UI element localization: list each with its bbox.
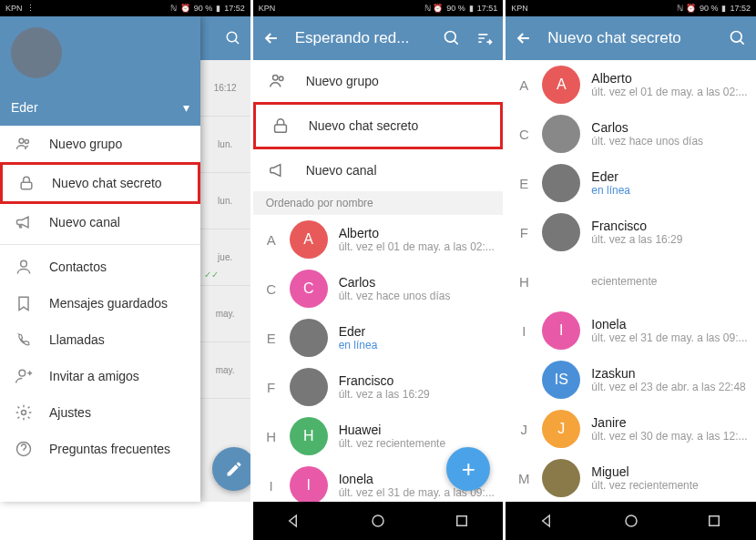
bookmark-icon (15, 294, 33, 312)
drawer-item-faq[interactable]: Preguntas frecuentes (0, 431, 200, 467)
phone-icon (15, 331, 33, 349)
drawer-item-secret-chat[interactable]: Nuevo chat secreto (0, 162, 200, 204)
sort-icon[interactable] (475, 29, 494, 47)
contact-avatar: I (290, 466, 328, 502)
drawer-item-contacts[interactable]: Contactos (0, 249, 200, 285)
contact-row[interactable]: IIIonelaúlt. vez el 31 de may. a las 09:… (506, 306, 756, 355)
add-fab[interactable]: + (446, 447, 490, 491)
compose-fab[interactable] (212, 447, 250, 491)
contact-row[interactable]: ISIzaskunúlt. vez el 23 de abr. a las 22… (506, 355, 756, 404)
chat-list-background: 16:12 lun. lun. ✓✓jue. may. may. (200, 16, 250, 502)
contact-status: últ. vez recientemente (591, 479, 749, 492)
contact-list[interactable]: AAAlbertoúlt. vez el 01 de may. a las 02… (506, 60, 756, 502)
contact-row[interactable]: FFranciscoúlt. vez a las 16:29 (506, 208, 756, 257)
drawer-item-invite[interactable]: Invitar a amigos (0, 358, 200, 394)
search-icon[interactable] (443, 29, 461, 47)
back-icon[interactable] (515, 29, 533, 47)
lock-icon (17, 174, 36, 192)
svg-point-5 (21, 260, 27, 267)
recent-nav-icon[interactable] (454, 513, 470, 529)
chat-row[interactable]: 16:12 (200, 60, 250, 117)
menu-secret-chat[interactable]: Nuevo chat secreto (253, 102, 504, 149)
index-letter: I (253, 478, 290, 494)
contact-avatar (542, 213, 580, 251)
user-avatar[interactable] (11, 27, 62, 78)
contact-avatar: I (542, 311, 580, 350)
drawer-item-new-group[interactable]: Nuevo grupo (0, 126, 200, 162)
battery-icon: ▮ (216, 4, 220, 13)
index-letter: I (506, 323, 542, 339)
contact-avatar: J (542, 410, 580, 448)
contact-row[interactable]: EEderen línea (506, 158, 756, 208)
android-navbar (506, 502, 756, 540)
home-nav-icon[interactable] (370, 513, 386, 529)
menu-label: Nuevo grupo (306, 74, 379, 88)
chat-row[interactable]: lun. (200, 173, 250, 229)
contact-row[interactable]: CCarlosúlt. vez hace unos días (506, 109, 756, 158)
contact-name: Izaskun (591, 366, 749, 381)
back-nav-icon[interactable] (539, 513, 556, 529)
contact-name: Carlos (591, 120, 749, 135)
recent-nav-icon[interactable] (706, 513, 722, 529)
chat-row[interactable]: may. (200, 342, 250, 399)
group-icon (15, 135, 33, 153)
contact-row[interactable]: AAAlbertoúlt. vez el 01 de may. a las 02… (253, 215, 504, 264)
svg-point-2 (19, 138, 24, 143)
contact-row[interactable]: FFranciscoúlt. vez a las 16:29 (253, 362, 504, 412)
carrier: KPN (5, 4, 23, 13)
person-icon (15, 258, 33, 276)
wifi-icon: ⋮ (26, 4, 35, 13)
contact-row[interactable]: CCCarlosúlt. vez hace unos días (253, 264, 504, 313)
status-bar: KPN ℕ ⏰90 %▮17:51 (253, 0, 504, 16)
contact-avatar (290, 368, 328, 406)
contact-row[interactable]: Hecientemente (506, 257, 756, 306)
back-icon[interactable] (262, 29, 281, 47)
chat-row[interactable]: ✓✓jue. (200, 229, 250, 286)
drawer-label: Mensajes guardados (49, 296, 168, 311)
contact-status: últ. vez el 31 de may. a las 09:... (591, 331, 749, 344)
svg-point-6 (19, 370, 26, 376)
svg-rect-15 (274, 125, 286, 132)
contact-status: últ. vez a las 16:29 (591, 233, 749, 246)
battery-pct: 90 % (194, 4, 213, 13)
contact-status: últ. vez el 01 de may. a las 02:... (591, 86, 749, 98)
drawer-item-calls[interactable]: Llamadas (0, 321, 200, 358)
menu-new-channel[interactable]: Nuevo canal (253, 149, 504, 191)
search-icon[interactable] (225, 30, 241, 46)
group-icon (268, 71, 288, 91)
app-header: Esperando red... (253, 16, 504, 60)
drawer-header[interactable]: Eder ▾ (0, 16, 200, 126)
drawer-item-saved[interactable]: Mensajes guardados (0, 285, 200, 321)
drawer-item-settings[interactable]: Ajustes (0, 394, 200, 431)
svg-point-20 (626, 515, 637, 526)
contact-avatar (542, 459, 580, 497)
screen-new-menu: KPN ℕ ⏰90 %▮17:51 Esperando red... Nuevo… (253, 0, 504, 540)
search-icon[interactable] (729, 29, 747, 47)
index-letter: C (253, 281, 290, 297)
back-nav-icon[interactable] (286, 513, 302, 529)
svg-point-11 (445, 32, 456, 43)
chat-row[interactable]: lun. (200, 117, 250, 173)
home-nav-icon[interactable] (623, 513, 639, 529)
clock: 17:52 (224, 4, 245, 13)
contact-row[interactable]: AAAlbertoúlt. vez el 01 de may. a las 02… (506, 60, 756, 109)
navigation-drawer: Eder ▾ Nuevo grupo Nuevo chat secreto Nu… (0, 16, 200, 502)
chevron-down-icon[interactable]: ▾ (183, 100, 189, 115)
contact-avatar: H (290, 417, 328, 455)
page-title: Esperando red... (295, 29, 429, 47)
drawer-item-new-channel[interactable]: Nuevo canal (0, 204, 200, 240)
drawer-label: Nuevo canal (49, 215, 120, 229)
alarm-icon: ⏰ (180, 4, 190, 13)
index-letter: A (506, 77, 542, 93)
drawer-label: Ajustes (49, 405, 91, 420)
chat-row[interactable]: may. (200, 286, 250, 342)
nfc-icon: ℕ (170, 4, 177, 13)
contact-row[interactable]: JJJanireúlt. vez el 30 de may. a las 12:… (506, 404, 756, 453)
contact-name: Miguel (591, 464, 749, 479)
contact-row[interactable]: EEderen línea (253, 313, 504, 362)
contact-row[interactable]: MMiguelúlt. vez recientemente (506, 453, 756, 502)
menu-new-group[interactable]: Nuevo grupo (253, 60, 504, 102)
megaphone-icon (15, 213, 33, 231)
svg-rect-17 (456, 516, 466, 526)
contact-name: Janire (591, 415, 749, 430)
